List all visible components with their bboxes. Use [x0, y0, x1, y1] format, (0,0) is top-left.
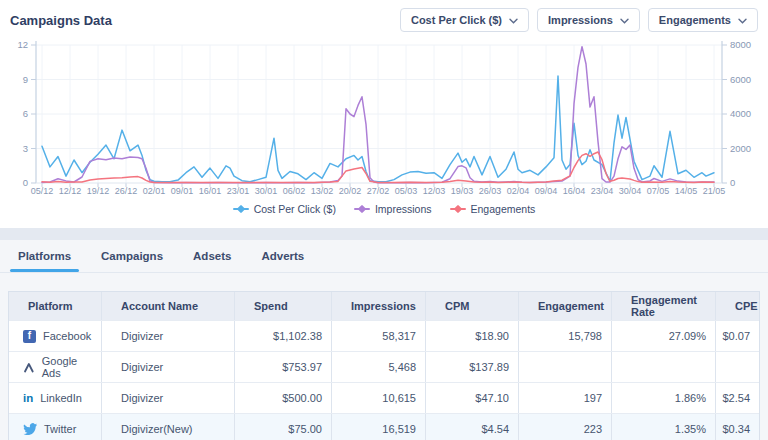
x-axis-label: 07/05 [647, 186, 670, 196]
table-header-row: PlatformAccount NameSpendImpressionsCPME… [9, 292, 759, 320]
tab-adverts[interactable]: Adverts [261, 250, 304, 272]
column-header-platform[interactable]: Platform [9, 292, 101, 320]
spend-cell: $753.97 [234, 352, 331, 382]
right-axis-tick: 6000 [730, 74, 751, 85]
table-row-twitter[interactable]: TwitterDigivizer(New)$75.0016,519$4.5422… [9, 413, 759, 440]
table-tabs: PlatformsCampaignsAdsetsAdverts [0, 240, 768, 273]
column-header-account-name[interactable]: Account Name [101, 292, 234, 320]
page-title: Campaigns Data [10, 13, 112, 28]
column-header-cpm[interactable]: CPM [425, 292, 518, 320]
left-axis-tick: 0 [23, 177, 28, 188]
cpe-cell: $2.54 [715, 383, 759, 413]
chart-legend: Cost Per Click ($)ImpressionsEngagements [0, 202, 768, 216]
spend-cell: $1,102.38 [234, 321, 331, 351]
column-header-spend[interactable]: Spend [234, 292, 331, 320]
spend-cell: $75.00 [234, 414, 331, 440]
facebook-icon: f [23, 330, 36, 343]
left-axis-tick: 6 [23, 108, 28, 119]
legend-label: Cost Per Click ($) [254, 203, 336, 215]
cpe-cell: $0.34 [715, 414, 759, 440]
left-axis-tick: 12 [17, 39, 28, 50]
x-axis-label: 23/04 [591, 186, 614, 196]
platform-cell: Google Ads [9, 352, 101, 382]
legend-marker-icon [354, 205, 370, 213]
right-axis-tick: 8000 [730, 39, 751, 50]
x-axis-label: 02/01 [143, 186, 166, 196]
platforms-table: PlatformAccount NameSpendImpressionsCPME… [8, 291, 760, 440]
x-axis-label: 14/05 [675, 186, 698, 196]
x-axis-label: 02/04 [507, 186, 530, 196]
tab-campaigns[interactable]: Campaigns [101, 250, 163, 272]
table-row-linkedin[interactable]: inLinkedInDigivizer$500.0010,615$47.1019… [9, 382, 759, 413]
dropdown-label: Cost Per Click ($) [411, 14, 502, 26]
engagement-cell: 15,798 [518, 321, 611, 351]
impressions-cell: 16,519 [331, 414, 425, 440]
engagement-rate-cell: 27.09% [611, 321, 715, 351]
table-row-google-ads[interactable]: Google AdsDigivizer$753.975,468$137.89 [9, 351, 759, 382]
impressions-cell: 5,468 [331, 352, 425, 382]
x-axis-label: 16/04 [563, 186, 586, 196]
engagement-rate-cell: 1.35% [611, 414, 715, 440]
legend-label: Impressions [375, 203, 432, 215]
x-axis-label: 09/01 [171, 186, 194, 196]
x-axis-label: 12/12 [59, 186, 82, 196]
right-axis-tick: 0 [730, 177, 735, 188]
x-axis-label: 06/02 [283, 186, 306, 196]
engagement-cell: 223 [518, 414, 611, 440]
legend-marker-icon [233, 205, 249, 213]
dropdown-label: Impressions [548, 14, 613, 26]
platform-cell: Twitter [9, 414, 101, 440]
engagement-rate-cell: 1.86% [611, 383, 715, 413]
account-name-cell: Digivizer [101, 321, 234, 351]
x-axis-label: 19/12 [87, 186, 110, 196]
column-header-engagement-rate[interactable]: Engagement Rate [611, 292, 715, 320]
account-name-cell: Digivizer(New) [101, 414, 234, 440]
platform-cell: fFacebook [9, 321, 101, 351]
metric-dropdown-engagements[interactable]: Engagements [648, 8, 758, 32]
platform-name: LinkedIn [40, 392, 82, 404]
breakdown-section: PlatformsCampaignsAdsetsAdverts Platform… [0, 240, 768, 440]
right-axis-tick: 4000 [730, 108, 751, 119]
x-axis-label: 09/04 [535, 186, 558, 196]
spend-cell: $500.00 [234, 383, 331, 413]
x-axis-label: 16/01 [199, 186, 222, 196]
platform-name: Twitter [44, 423, 76, 435]
table-row-facebook[interactable]: fFacebookDigivizer$1,102.3858,317$18.901… [9, 320, 759, 351]
account-name-cell: Digivizer [101, 352, 234, 382]
column-header-cpe[interactable]: CPE [715, 292, 759, 320]
cpe-cell: $0.07 [715, 321, 759, 351]
twitter-icon [23, 423, 37, 435]
legend-item-engagements[interactable]: Engagements [450, 203, 536, 215]
engagement-cell [518, 352, 611, 382]
x-axis-label: 30/04 [619, 186, 642, 196]
platform-name: Google Ads [42, 355, 93, 379]
engagement-rate-cell [611, 352, 715, 382]
metric-dropdown-cost-per-click[interactable]: Cost Per Click ($) [400, 8, 529, 32]
tab-platforms[interactable]: Platforms [18, 250, 71, 272]
tab-adsets[interactable]: Adsets [193, 250, 231, 272]
section-divider [0, 228, 768, 240]
campaigns-line-chart: 05/1212/1219/1226/1202/0109/0116/0123/01… [0, 33, 768, 201]
cpm-cell: $137.89 [425, 352, 518, 382]
left-axis-tick: 9 [23, 74, 28, 85]
chevron-down-icon [620, 18, 629, 24]
x-axis-label: 27/02 [367, 186, 390, 196]
right-axis-tick: 2000 [730, 143, 751, 154]
cpe-cell [715, 352, 759, 382]
legend-item-cost-per-click[interactable]: Cost Per Click ($) [233, 203, 336, 215]
cpm-cell: $47.10 [425, 383, 518, 413]
impressions-cell: 58,317 [331, 321, 425, 351]
legend-label: Engagements [471, 203, 536, 215]
column-header-engagement[interactable]: Engagement [518, 292, 611, 320]
dashboard-header: Campaigns Data Cost Per Click ($)Impress… [0, 0, 768, 33]
x-axis-label: 05/03 [395, 186, 418, 196]
engagement-cell: 197 [518, 383, 611, 413]
legend-item-impressions[interactable]: Impressions [354, 203, 432, 215]
chevron-down-icon [738, 18, 747, 24]
cpm-cell: $18.90 [425, 321, 518, 351]
metric-dropdowns: Cost Per Click ($)ImpressionsEngagements [400, 8, 758, 32]
column-header-impressions[interactable]: Impressions [331, 292, 425, 320]
x-axis-label: 19/03 [451, 186, 474, 196]
x-axis-label: 23/01 [227, 186, 250, 196]
metric-dropdown-impressions[interactable]: Impressions [537, 8, 640, 32]
